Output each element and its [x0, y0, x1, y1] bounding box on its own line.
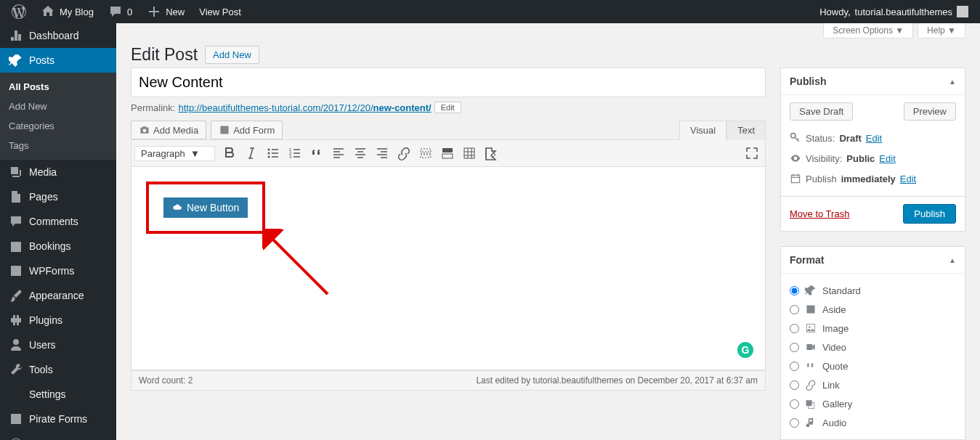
- move-to-trash-link[interactable]: Move to Trash: [790, 208, 849, 219]
- number-list-button[interactable]: 123: [285, 143, 305, 163]
- gallery-icon: [805, 398, 817, 410]
- save-draft-button[interactable]: Save Draft: [790, 102, 853, 121]
- comments-link[interactable]: 0: [102, 0, 138, 23]
- svg-rect-10: [442, 154, 453, 158]
- align-right-button[interactable]: [372, 143, 392, 163]
- view-post-link[interactable]: View Post: [193, 0, 247, 23]
- format-radio[interactable]: [790, 362, 799, 371]
- wordpress-icon: [12, 4, 26, 19]
- italic-button[interactable]: [241, 143, 262, 163]
- publish-header[interactable]: Publish ▲: [781, 68, 965, 95]
- edit-status-link[interactable]: Edit: [866, 133, 882, 144]
- screen-options-tab[interactable]: Screen Options ▼: [823, 23, 913, 38]
- plus-icon: [147, 4, 161, 19]
- add-new-button[interactable]: Add New: [205, 46, 259, 64]
- menu-appearance[interactable]: Appearance: [0, 283, 116, 308]
- my-account[interactable]: Howdy, tutorial.beautifulthemes: [814, 0, 974, 23]
- permalink-label: Permalink:: [131, 102, 175, 113]
- svg-rect-19: [806, 400, 812, 406]
- menu-plugins[interactable]: Plugins: [0, 308, 116, 333]
- permalink-link[interactable]: http://beautifulthemes-tutorial.com/2017…: [178, 102, 431, 113]
- add-form-button[interactable]: Add Form: [211, 121, 283, 139]
- visual-tab[interactable]: Visual: [679, 121, 726, 140]
- menu-media[interactable]: Media: [0, 160, 116, 184]
- bold-button[interactable]: [219, 143, 240, 163]
- comments-count: 0: [127, 7, 132, 17]
- add-media-button[interactable]: Add Media: [131, 121, 206, 139]
- menu-pages[interactable]: Pages: [0, 184, 116, 209]
- format-option-image[interactable]: Image: [790, 319, 956, 338]
- help-tab[interactable]: Help ▼: [918, 23, 965, 38]
- format-radio[interactable]: [790, 418, 799, 428]
- username: tutorial.beautifulthemes: [855, 7, 952, 17]
- format-option-audio[interactable]: Audio: [790, 413, 956, 432]
- svg-rect-18: [806, 344, 812, 350]
- submenu-categories[interactable]: Categories: [0, 116, 116, 136]
- site-name-link[interactable]: My Blog: [35, 0, 100, 23]
- format-option-gallery[interactable]: Gallery: [790, 394, 956, 413]
- export-button[interactable]: [481, 143, 501, 163]
- new-content-link[interactable]: New: [141, 0, 190, 23]
- inserted-button[interactable]: New Button: [163, 197, 248, 218]
- format-option-video[interactable]: Video: [790, 338, 956, 357]
- main-content: Screen Options ▼ Help ▼ Edit Post Add Ne…: [116, 23, 980, 440]
- grammarly-icon[interactable]: G: [737, 342, 753, 358]
- publish-metabox: Publish ▲ Save Draft Preview Status: Dra…: [780, 68, 965, 232]
- comment-icon: [108, 4, 123, 19]
- svg-point-17: [809, 326, 810, 327]
- format-select[interactable]: Paragraph ▼: [134, 146, 215, 161]
- format-radio[interactable]: [790, 343, 799, 352]
- wp-logo[interactable]: [6, 0, 32, 23]
- menu-dashboard[interactable]: Dashboard: [0, 23, 116, 48]
- annotation-highlight: New Button: [146, 182, 265, 234]
- menu-bookings[interactable]: Bookings: [0, 234, 116, 258]
- page-icon: [9, 190, 23, 204]
- format-radio[interactable]: [790, 399, 799, 409]
- collapse-menu[interactable]: Collapse menu: [0, 431, 116, 440]
- readmore-button[interactable]: [416, 143, 436, 163]
- submenu-all-posts[interactable]: All Posts: [0, 77, 116, 97]
- submenu-add-new[interactable]: Add New: [0, 97, 116, 116]
- fullscreen-button[interactable]: [742, 143, 762, 163]
- plugin-icon: [9, 313, 23, 327]
- format-header[interactable]: Format ▲: [781, 247, 965, 274]
- format-radio[interactable]: [790, 380, 799, 390]
- visibility-row: Visibility: Public Edit: [790, 148, 956, 168]
- editor-toolbar: Paragraph ▼ 123: [131, 139, 766, 167]
- menu-comments[interactable]: Comments: [0, 209, 116, 234]
- post-title-input[interactable]: [131, 68, 766, 97]
- menu-pirate-forms[interactable]: Pirate Forms: [0, 407, 116, 431]
- publish-button[interactable]: Publish: [903, 204, 956, 224]
- format-radio[interactable]: [790, 286, 799, 296]
- standard-icon: [805, 285, 817, 296]
- permalink-edit-button[interactable]: Edit: [434, 102, 461, 113]
- format-option-link[interactable]: Link: [790, 375, 956, 394]
- align-left-button[interactable]: [328, 143, 349, 163]
- format-radio[interactable]: [790, 324, 799, 333]
- edit-schedule-link[interactable]: Edit: [900, 174, 916, 184]
- new-label: New: [166, 7, 185, 17]
- bullet-list-button[interactable]: [263, 143, 283, 163]
- menu-wpforms[interactable]: WPForms: [0, 258, 116, 283]
- quote-button[interactable]: [307, 143, 327, 163]
- table-button[interactable]: [459, 143, 479, 163]
- svg-point-13: [791, 134, 795, 138]
- format-radio[interactable]: [790, 305, 799, 314]
- align-center-button[interactable]: [350, 143, 370, 163]
- menu-users[interactable]: Users: [0, 333, 116, 357]
- menu-settings[interactable]: Settings: [0, 382, 116, 407]
- toolbar-toggle-button[interactable]: [437, 143, 458, 163]
- edit-visibility-link[interactable]: Edit: [879, 153, 895, 164]
- menu-tools[interactable]: Tools: [0, 357, 116, 382]
- format-option-quote[interactable]: Quote: [790, 357, 956, 375]
- menu-posts[interactable]: Posts: [0, 48, 116, 73]
- submenu-tags[interactable]: Tags: [0, 136, 116, 155]
- preview-button[interactable]: Preview: [904, 102, 956, 121]
- text-tab[interactable]: Text: [726, 121, 766, 140]
- format-option-aside[interactable]: Aside: [790, 300, 956, 319]
- editor-content[interactable]: New Button G: [131, 167, 766, 370]
- format-option-standard[interactable]: Standard: [790, 281, 956, 300]
- editor-status-bar: Word count: 2 Last edited by tutorial.be…: [131, 370, 766, 391]
- chevron-up-icon: ▲: [949, 78, 956, 86]
- link-button[interactable]: [394, 143, 414, 163]
